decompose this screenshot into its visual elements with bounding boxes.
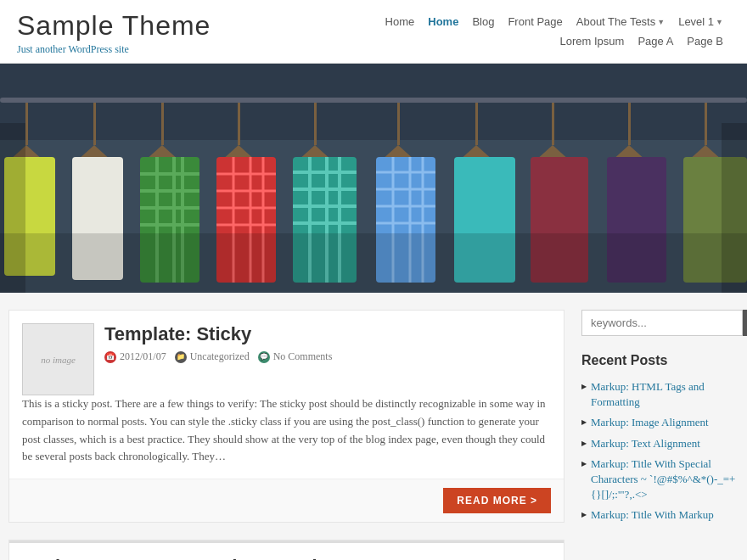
post-markup: Markup: HTML Tags and Formatting xyxy=(8,540,564,560)
site-tagline: Just another WordPress site xyxy=(17,43,211,56)
svg-rect-50 xyxy=(475,103,478,145)
post-category-meta: 📁 Uncategorized xyxy=(175,350,250,363)
no-image-text: no image xyxy=(41,355,76,365)
read-more-bar: READ MORE > xyxy=(9,479,564,522)
content-area: no image Template: Sticky 📅 2012/01/07 📁… xyxy=(8,310,564,560)
site-title: Sample Theme xyxy=(17,10,211,42)
svg-rect-7 xyxy=(93,103,96,145)
nav-page-a[interactable]: Page A xyxy=(631,33,680,49)
post-title-area: Template: Sticky 📅 2012/01/07 📁 Uncatego… xyxy=(104,323,551,395)
recent-post-link-4[interactable]: Markup: Title With Special Characters ~ … xyxy=(591,456,739,503)
nav-front-page[interactable]: Front Page xyxy=(501,14,569,30)
nav-about-tests[interactable]: About The Tests ▼ xyxy=(570,14,671,30)
nav-top-row: Home Home Blog Front Page About The Test… xyxy=(379,14,730,30)
post-comments-meta: 💬 No Comments xyxy=(258,350,333,363)
site-header: Sample Theme Just another WordPress site… xyxy=(0,0,747,64)
post-header: no image Template: Sticky 📅 2012/01/07 📁… xyxy=(22,323,551,395)
nav-blog[interactable]: Blog xyxy=(465,14,501,30)
list-item: Markup: HTML Tags and Formatting xyxy=(581,377,739,412)
svg-rect-10 xyxy=(161,103,164,145)
post-markup-title[interactable]: Markup: HTML Tags and Formatting xyxy=(9,540,564,560)
svg-rect-2 xyxy=(0,98,747,103)
nav-page-b[interactable]: Page B xyxy=(680,33,730,49)
svg-rect-40 xyxy=(397,103,400,145)
search-button[interactable]: 🔍 xyxy=(743,310,747,336)
svg-rect-59 xyxy=(705,103,707,145)
sidebar-search: 🔍 xyxy=(581,310,739,336)
category-icon: 📁 xyxy=(175,351,187,363)
list-item: Markup: Title With Special Characters ~ … xyxy=(581,454,739,506)
search-input[interactable] xyxy=(581,310,743,336)
post-title[interactable]: Template: Sticky xyxy=(104,323,551,345)
hero-image xyxy=(0,64,747,293)
post-comments[interactable]: No Comments xyxy=(273,350,333,363)
svg-rect-56 xyxy=(628,103,631,145)
level1-dropdown-arrow: ▼ xyxy=(716,18,723,26)
post-date-meta: 📅 2012/01/07 xyxy=(104,350,166,363)
svg-rect-20 xyxy=(238,103,240,145)
read-more-button[interactable]: READ MORE > xyxy=(443,488,551,513)
svg-rect-62 xyxy=(0,233,747,293)
date-icon: 📅 xyxy=(104,351,116,363)
svg-rect-64 xyxy=(722,123,747,293)
svg-rect-63 xyxy=(0,123,25,293)
nav-bottom-row: Lorem Ipsum Page A Page B xyxy=(553,33,730,49)
list-item: Markup: Title With Markup xyxy=(581,505,739,525)
about-tests-dropdown-arrow: ▼ xyxy=(657,18,665,26)
svg-rect-3 xyxy=(25,103,28,145)
recent-post-link-3[interactable]: Markup: Text Alignment xyxy=(591,436,700,451)
hero-svg xyxy=(0,64,747,293)
post-thumbnail: no image xyxy=(22,323,94,395)
list-item: Markup: Image Alignment xyxy=(581,412,739,433)
sidebar: 🔍 Recent Posts Markup: HTML Tags and For… xyxy=(581,310,739,560)
recent-posts-list: Markup: HTML Tags and Formatting Markup:… xyxy=(581,377,739,526)
post-sticky: no image Template: Sticky 📅 2012/01/07 📁… xyxy=(8,310,564,523)
post-meta: 📅 2012/01/07 📁 Uncategorized 💬 No Commen… xyxy=(104,350,551,363)
post-date: 2012/01/07 xyxy=(120,350,166,363)
nav-level1[interactable]: Level 1 ▼ xyxy=(671,14,730,30)
svg-rect-53 xyxy=(552,103,554,145)
recent-post-link-5[interactable]: Markup: Title With Markup xyxy=(591,507,714,523)
main-nav: Home Home Blog Front Page About The Test… xyxy=(379,14,730,49)
recent-posts-title: Recent Posts xyxy=(581,353,739,368)
svg-rect-30 xyxy=(314,103,317,145)
recent-post-link-1[interactable]: Markup: HTML Tags and Formatting xyxy=(591,379,739,410)
recent-posts-section: Recent Posts Markup: HTML Tags and Forma… xyxy=(581,353,739,526)
list-item: Markup: Text Alignment xyxy=(581,434,739,454)
nav-home2[interactable]: Home xyxy=(421,14,465,30)
recent-post-link-2[interactable]: Markup: Image Alignment xyxy=(591,415,709,430)
comments-icon: 💬 xyxy=(258,351,270,363)
main-content: no image Template: Sticky 📅 2012/01/07 📁… xyxy=(0,310,747,560)
nav-home1[interactable]: Home xyxy=(379,14,422,30)
nav-lorem-ipsum[interactable]: Lorem Ipsum xyxy=(553,33,632,49)
post-excerpt: This is a sticky post. There are a few t… xyxy=(22,395,551,466)
post-category[interactable]: Uncategorized xyxy=(190,350,250,363)
